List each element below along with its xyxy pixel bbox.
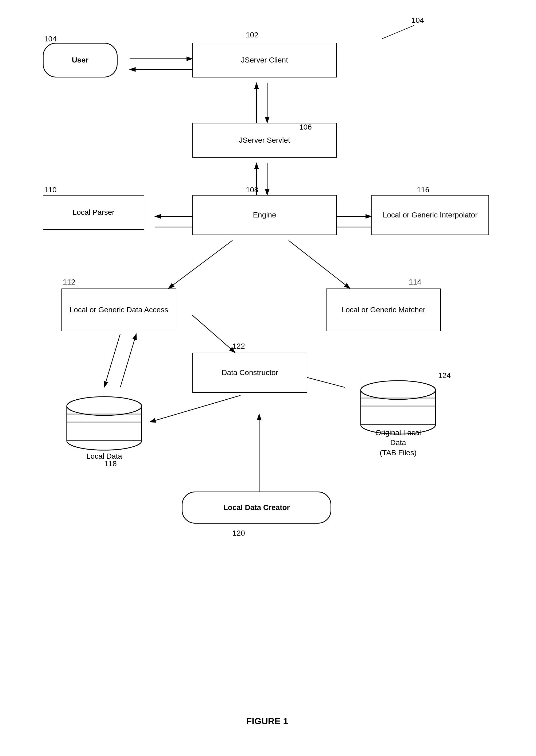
ref-112: 112 <box>63 278 75 286</box>
ref-110: 110 <box>44 186 57 194</box>
jserver-servlet-node: JServer Servlet <box>192 123 337 158</box>
diagram: 104 User 104 JServer Client 102 JServer … <box>0 0 536 756</box>
ref-108: 108 <box>246 186 258 194</box>
local-parser-node: Local Parser <box>43 195 144 230</box>
local-data-node: Local Data <box>64 395 144 450</box>
ref-122: 122 <box>232 342 245 350</box>
ref-106: 106 <box>299 123 312 131</box>
svg-line-14 <box>168 241 232 288</box>
original-local-data-node: Original LocalData(TAB Files) <box>358 379 438 434</box>
local-data-creator-node: Local Data Creator <box>182 492 331 524</box>
svg-point-27 <box>361 381 436 399</box>
ref-100: 104 <box>412 16 424 24</box>
original-local-data-label: Original LocalData(TAB Files) <box>358 428 438 458</box>
data-constructor-node: Data Constructor <box>192 353 307 393</box>
figure-caption: FIGURE 1 <box>187 716 347 726</box>
data-access-node: Local or Generic Data Access <box>61 288 176 331</box>
engine-node: Engine <box>192 195 337 235</box>
interpolator-node: Local or Generic Interpolator <box>371 195 489 235</box>
ref-120: 120 <box>232 529 245 538</box>
jserver-client-node: JServer Client <box>192 43 337 78</box>
svg-line-17 <box>120 334 136 387</box>
svg-line-19 <box>150 395 241 422</box>
svg-line-16 <box>104 334 120 387</box>
ref-116: 116 <box>417 186 429 194</box>
user-node: User <box>43 43 117 78</box>
svg-line-3 <box>382 25 414 39</box>
ref-114: 114 <box>409 278 421 286</box>
ref-124: 124 <box>438 371 451 380</box>
svg-line-18 <box>192 315 235 353</box>
ref-102: 102 <box>246 31 258 39</box>
ref-104: 104 <box>44 35 57 43</box>
svg-line-15 <box>288 241 350 288</box>
matcher-node: Local or Generic Matcher <box>326 288 441 331</box>
ref-118: 118 <box>104 459 117 468</box>
svg-point-23 <box>67 397 142 415</box>
